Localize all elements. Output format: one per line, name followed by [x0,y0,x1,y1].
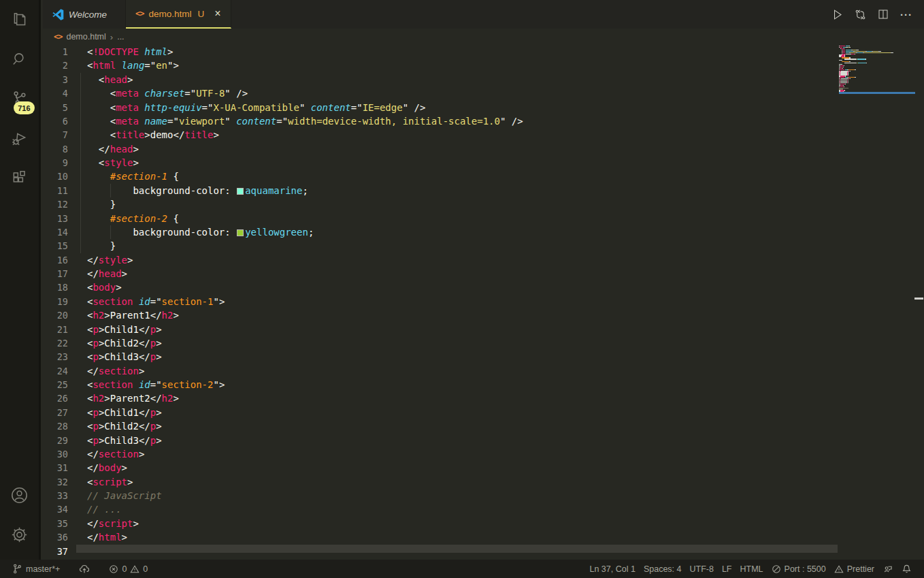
code-line[interactable]: 6 <meta name="viewport" content="width=d… [41,114,924,128]
line-number[interactable]: 18 [41,280,87,294]
line-number[interactable]: 29 [41,434,87,447]
problems-status[interactable]: 0 0 [105,564,152,574]
code-line[interactable]: 19<section id="section-1"> [41,295,924,308]
publish-changes-icon[interactable] [75,564,94,575]
minimap[interactable] [839,45,915,94]
color-swatch[interactable] [237,229,244,236]
code-line[interactable]: 34// ... [41,502,924,516]
code-line[interactable]: 3 <head> [41,73,924,86]
color-swatch[interactable] [237,188,244,195]
line-number[interactable]: 31 [41,461,87,475]
code-line[interactable]: 7 <title>demo</title> [41,128,924,142]
code-line[interactable]: 1<!DOCTYPE html> [41,45,924,59]
code-line[interactable]: 24</section> [41,364,924,378]
code-line[interactable]: 14 background-color: yellowgreen; [41,225,924,239]
line-number[interactable]: 22 [41,336,87,350]
line-number[interactable]: 33 [41,489,87,502]
code-line[interactable]: 22<p>Child2</p> [41,336,924,350]
code-line[interactable]: 33// JavaScript [41,489,924,502]
line-number[interactable]: 2 [41,59,87,72]
code-line[interactable]: 28<p>Child2</p> [41,419,924,433]
horizontal-scrollbar[interactable] [76,545,838,553]
code-line[interactable]: 35</script> [41,517,924,530]
git-branch-status[interactable]: master*+ [8,564,64,574]
line-number[interactable]: 24 [41,364,87,378]
code-line[interactable]: 30</section> [41,447,924,461]
code-line[interactable]: 17</head> [41,267,924,280]
extensions-icon[interactable] [0,158,40,197]
code-line[interactable]: 13 #section-2 { [41,212,924,225]
code-line[interactable]: 25<section id="section-2"> [41,378,924,391]
code-line[interactable]: 12 } [41,197,924,211]
code-line[interactable]: 16</style> [41,253,924,267]
line-number[interactable]: 36 [41,530,87,544]
compare-changes-icon[interactable] [852,6,868,22]
line-number[interactable]: 32 [41,475,87,489]
code-token: } [87,240,116,251]
cursor-position[interactable]: Ln 37, Col 1 [585,564,639,574]
line-number[interactable]: 34 [41,502,87,516]
encoding-setting[interactable]: UTF-8 [686,564,718,574]
line-number[interactable]: 28 [41,419,87,433]
split-editor-button[interactable] [875,6,891,22]
code-line[interactable]: 29<p>Child3</p> [41,434,924,447]
prettier-status[interactable]: Prettier [830,564,878,574]
code-token: </ [139,407,150,418]
code-line[interactable]: 27<p>Child1</p> [41,406,924,419]
activity-bar-top: 716 [0,0,40,197]
close-icon[interactable]: × [214,7,220,20]
settings-gear-icon[interactable] [0,515,40,554]
notifications-bell-icon[interactable] [897,564,916,574]
code-line[interactable]: 5 <meta http-equiv="X-UA-Compatible" con… [41,101,924,114]
code-line[interactable]: 9 <style> [41,156,924,170]
code-line[interactable]: 4 <meta charset="UTF-8" /> [41,86,924,100]
tab-welcome[interactable]: Welcome [43,0,126,29]
code-token: > [167,46,173,57]
code-line[interactable]: 2<html lang="en"> [41,59,924,72]
more-actions-button[interactable]: ··· [898,6,914,22]
source-control-icon[interactable]: 716 [0,79,40,118]
code-text: <!DOCTYPE html> [87,45,924,59]
line-number[interactable]: 35 [41,517,87,530]
code-line[interactable]: 20<h2>Parent1</h2> [41,308,924,322]
live-server-port[interactable]: Port : 5500 [768,564,830,574]
code-line[interactable]: 26<h2>Parent2</h2> [41,391,924,405]
code-text: </head> [87,267,924,280]
eol-setting[interactable]: LF [718,564,736,574]
line-number[interactable]: 20 [41,308,87,322]
code-line[interactable]: 8 </head> [41,142,924,156]
language-mode[interactable]: HTML [736,564,768,574]
line-number[interactable]: 26 [41,391,87,405]
code-line[interactable]: 10 #section-1 { [41,170,924,183]
line-number[interactable]: 16 [41,253,87,267]
code-token: =" [351,102,363,113]
tab-demo-html[interactable]: <> demo.html U × [126,0,231,29]
run-button[interactable] [829,6,845,22]
feedback-icon[interactable] [878,564,897,574]
account-icon[interactable] [0,475,40,515]
code-line[interactable]: 36</html> [41,530,924,544]
code-line[interactable]: 31</body> [41,461,924,475]
code-line[interactable]: 21<p>Child1</p> [41,323,924,336]
line-number[interactable]: 19 [41,295,87,308]
breadcrumb-file[interactable]: demo.html [66,32,105,42]
explorer-icon[interactable] [0,0,40,39]
line-number[interactable]: 30 [41,447,87,461]
line-number[interactable]: 21 [41,323,87,336]
search-icon[interactable] [0,39,40,79]
code-line[interactable]: 15 } [41,239,924,253]
line-number[interactable]: 17 [41,267,87,280]
indentation-setting[interactable]: Spaces: 4 [640,564,686,574]
editor-area[interactable]: 1<!DOCTYPE html>2<html lang="en">3 <head… [41,45,924,560]
line-number[interactable]: 25 [41,378,87,391]
line-number[interactable]: 1 [41,45,87,59]
line-number[interactable]: 23 [41,350,87,364]
run-debug-icon[interactable] [0,118,40,158]
line-number[interactable]: 27 [41,406,87,419]
code-token [231,185,236,196]
code-line[interactable]: 11 background-color: aquamarine; [41,184,924,197]
code-line[interactable]: 18<body> [41,280,924,294]
code-line[interactable]: 23<p>Child3</p> [41,350,924,364]
code-line[interactable]: 32<script> [41,475,924,489]
breadcrumb-more[interactable]: ... [117,32,124,42]
